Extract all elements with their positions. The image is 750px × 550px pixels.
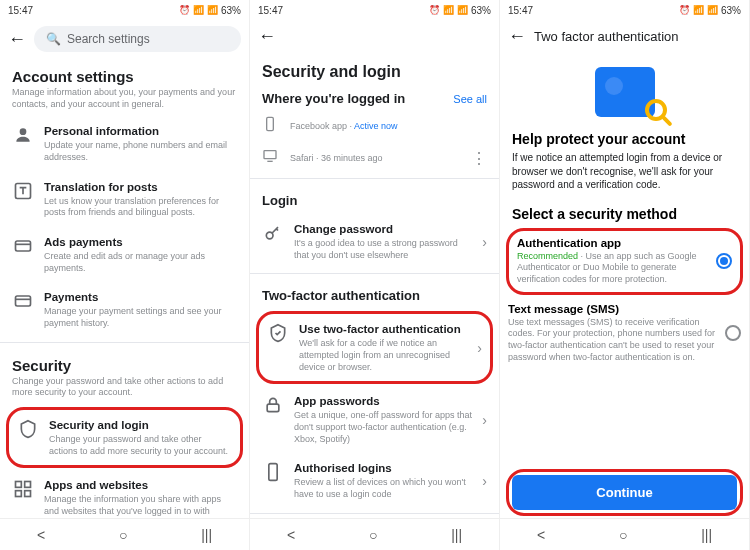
page-title: Security and login <box>250 53 499 83</box>
lock-icon <box>262 394 284 416</box>
device-text: Facebook app · Active now <box>290 121 487 131</box>
magnifier-icon <box>645 99 667 121</box>
search-input[interactable]: 🔍 Search settings <box>34 26 241 52</box>
security-login-highlight: Security and login Change your password … <box>6 407 243 468</box>
continue-button[interactable]: Continue <box>512 475 737 510</box>
header: ← Two factor authentication <box>500 20 749 53</box>
search-placeholder: Search settings <box>67 32 150 46</box>
device-text: Safari · 36 minutes ago <box>290 153 461 163</box>
personal-info-row[interactable]: Personal information Update your name, p… <box>0 116 249 171</box>
translate-icon <box>12 180 34 202</box>
safe-icon <box>595 67 655 117</box>
nav-home-icon[interactable]: ○ <box>119 527 127 543</box>
header: ← <box>250 20 499 53</box>
where-logged-in: Where you're logged in <box>262 91 405 106</box>
tfa-head: Two-factor authentication <box>250 278 499 309</box>
translation-row[interactable]: Translation for posts Let us know your t… <box>0 172 249 227</box>
svg-rect-11 <box>264 151 276 159</box>
option-title: Authentication app <box>517 237 708 249</box>
app-passwords-row[interactable]: App passwords Get a unique, one-off pass… <box>250 386 499 453</box>
sms-option[interactable]: Text message (SMS) Use text messages (SM… <box>500 297 749 370</box>
android-navbar: < ○ ||| <box>500 518 749 550</box>
authorised-logins-row[interactable]: Authorised logins Review a list of devic… <box>250 453 499 508</box>
android-navbar: < ○ ||| <box>0 518 249 550</box>
android-navbar: < ○ ||| <box>250 518 499 550</box>
svg-rect-3 <box>16 296 31 306</box>
tfa-scroll[interactable]: Help protect your account If we notice a… <box>500 53 749 467</box>
help-text: If we notice an attempted login from a d… <box>500 151 749 200</box>
apps-websites-row[interactable]: Apps and websites Manage the information… <box>0 470 249 518</box>
device-row[interactable]: Safari · 36 minutes ago ⋮ <box>250 142 499 174</box>
status-time: 15:47 <box>508 5 533 16</box>
nav-back-icon[interactable]: < <box>287 527 295 543</box>
row-title: Use two-factor authentication <box>299 322 467 337</box>
wifi-icon: 📶 <box>693 5 704 15</box>
status-bar: 15:47 ⏰ 📶 📶 63% <box>250 0 499 20</box>
radio-unselected-icon[interactable] <box>725 325 741 341</box>
row-title: Personal information <box>44 124 237 139</box>
back-icon[interactable]: ← <box>258 26 276 47</box>
auth-app-option-highlight: Authentication app Recommended · Use an … <box>506 228 743 295</box>
row-sub: It's a good idea to use a strong passwor… <box>294 238 472 261</box>
ads-payments-row[interactable]: Ads payments Create and edit ads or mana… <box>0 227 249 282</box>
phone-icon <box>262 461 284 483</box>
chevron-right-icon: › <box>482 234 487 250</box>
more-icon[interactable]: ⋮ <box>471 149 487 168</box>
security-sub: Change your password and take other acti… <box>0 376 249 405</box>
security-login-panel: 15:47 ⏰ 📶 📶 63% ← Security and login Whe… <box>250 0 500 550</box>
radio-selected-icon[interactable] <box>716 253 732 269</box>
nav-recents-icon[interactable]: ||| <box>451 527 462 543</box>
desktop-icon <box>262 148 280 168</box>
hero-illustration <box>500 53 749 123</box>
see-all-link[interactable]: See all <box>453 93 487 105</box>
status-time: 15:47 <box>8 5 33 16</box>
change-password-row[interactable]: Change password It's a good idea to use … <box>250 214 499 269</box>
use-tfa-row[interactable]: Use two-factor authentication We'll ask … <box>261 318 488 377</box>
wifi-icon: 📶 <box>193 5 204 15</box>
phone-icon <box>262 116 280 136</box>
search-icon: 🔍 <box>46 32 61 46</box>
page-title: Two factor authentication <box>534 29 679 44</box>
back-icon[interactable]: ← <box>508 26 526 47</box>
option-title: Text message (SMS) <box>508 303 717 315</box>
header: ← 🔍 Search settings <box>0 20 249 58</box>
row-title: Payments <box>44 290 237 305</box>
person-icon <box>12 124 34 146</box>
device-row[interactable]: Facebook app · Active now <box>250 110 499 142</box>
svg-rect-4 <box>16 482 22 488</box>
nav-back-icon[interactable]: < <box>537 527 545 543</box>
back-icon[interactable]: ← <box>8 29 26 50</box>
tfa-panel: 15:47 ⏰ 📶 📶 63% ← Two factor authenticat… <box>500 0 750 550</box>
auth-app-option[interactable]: Authentication app Recommended · Use an … <box>517 237 732 286</box>
svg-rect-14 <box>269 464 277 481</box>
row-title: App passwords <box>294 394 472 409</box>
card-icon <box>12 235 34 257</box>
nav-home-icon[interactable]: ○ <box>369 527 377 543</box>
nav-recents-icon[interactable]: ||| <box>201 527 212 543</box>
login-head: Login <box>250 183 499 214</box>
row-title: Ads payments <box>44 235 237 250</box>
svg-rect-13 <box>267 404 279 412</box>
svg-rect-2 <box>16 241 31 251</box>
settings-scroll[interactable]: Account settings Manage information abou… <box>0 58 249 518</box>
alarm-icon: ⏰ <box>429 5 440 15</box>
card-icon <box>12 290 34 312</box>
nav-recents-icon[interactable]: ||| <box>701 527 712 543</box>
row-title: Translation for posts <box>44 180 237 195</box>
nav-home-icon[interactable]: ○ <box>619 527 627 543</box>
security-scroll[interactable]: Security and login Where you're logged i… <box>250 53 499 518</box>
shield-icon <box>17 418 39 440</box>
use-tfa-highlight: Use two-factor authentication We'll ask … <box>256 311 493 384</box>
status-right: ⏰ 📶 📶 63% <box>179 5 241 16</box>
security-login-row[interactable]: Security and login Change your password … <box>11 414 238 461</box>
account-settings-title: Account settings <box>0 58 249 87</box>
shield-check-icon <box>267 322 289 344</box>
battery-text: 63% <box>721 5 741 16</box>
svg-point-0 <box>20 129 27 136</box>
payments-row[interactable]: Payments Manage your payment settings an… <box>0 282 249 337</box>
signal-icon: 📶 <box>457 5 468 15</box>
key-icon <box>262 222 284 244</box>
nav-back-icon[interactable]: < <box>37 527 45 543</box>
row-sub: Manage the information you share with ap… <box>44 494 237 518</box>
row-title: Security and login <box>49 418 232 433</box>
